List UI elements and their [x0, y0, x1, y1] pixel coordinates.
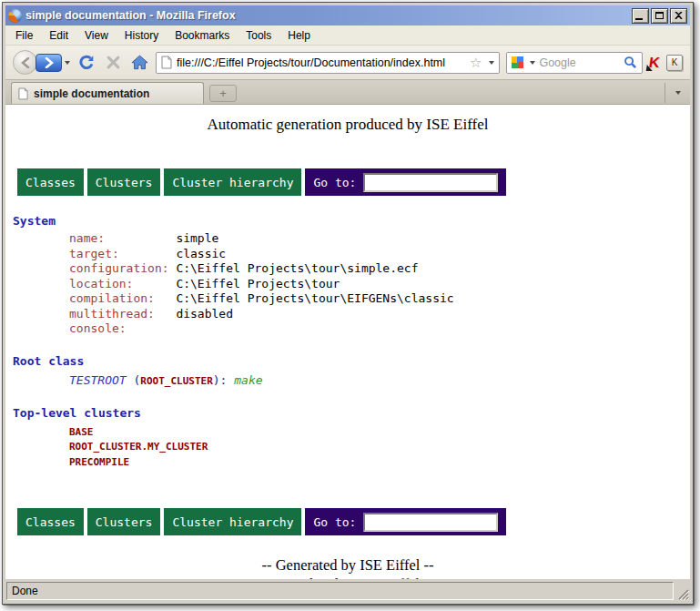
firefox-window: simple documentation - Mozilla Firefox F… — [2, 2, 694, 605]
tab-strip: simple documentation + — [5, 80, 690, 105]
url-dropdown-icon[interactable] — [489, 61, 494, 65]
window-title: simple documentation - Mozilla Firefox — [25, 9, 628, 22]
goto-box: Go to: — [305, 508, 506, 535]
system-key: target: — [69, 247, 176, 262]
paren-open: ( — [127, 373, 141, 387]
system-key: location: — [69, 277, 176, 292]
generated-by-line: -- Generated by ISE Eiffel -- — [5, 555, 690, 575]
system-key: console: — [69, 321, 176, 337]
goto-input[interactable] — [363, 173, 498, 192]
menu-bar: File Edit View History Bookmarks Tools H… — [5, 25, 690, 46]
list-all-tabs-button[interactable] — [664, 83, 688, 103]
system-value: C:\Eiffel Projects\tour\simple.ecf — [176, 261, 418, 275]
maximize-button[interactable] — [651, 8, 668, 24]
bookmark-star-icon[interactable]: ☆ — [470, 56, 482, 69]
system-key: compilation: — [69, 291, 176, 307]
cluster-item-base[interactable]: BASE — [5, 425, 690, 441]
minimize-icon — [635, 18, 643, 20]
clusters-button[interactable]: Clusters — [87, 168, 161, 196]
root-feature-link[interactable]: make — [234, 373, 262, 387]
forward-button[interactable] — [36, 54, 62, 72]
menu-view[interactable]: View — [76, 26, 117, 45]
classes-button[interactable]: Classes — [17, 168, 84, 196]
url-bar[interactable]: ☆ — [156, 52, 500, 74]
navigation-toolbar: ☆ K K — [5, 46, 690, 80]
system-value: disabled — [176, 307, 233, 321]
menu-edit[interactable]: Edit — [41, 26, 76, 45]
home-icon — [131, 55, 148, 70]
system-value: C:\Eiffel Projects\tour — [176, 277, 340, 290]
virtual-keyboard-icon[interactable]: K — [666, 55, 683, 71]
menu-tools[interactable]: Tools — [238, 26, 279, 45]
system-row: compilation:C:\Eiffel Projects\tour\EIFG… — [5, 291, 690, 307]
status-bar: Done — [5, 579, 690, 601]
reload-icon — [78, 55, 95, 71]
minimize-button[interactable] — [632, 8, 649, 24]
system-row: name:simple — [5, 231, 690, 247]
top-level-clusters-heading: Top-level clusters — [5, 406, 690, 420]
cluster-item-precompile[interactable]: PRECOMPILE — [5, 455, 690, 471]
root-class-line: TESTROOT (ROOT_CLUSTER): make — [5, 372, 690, 389]
url-input[interactable] — [177, 56, 465, 69]
stop-button[interactable] — [103, 53, 123, 73]
maximize-icon — [655, 12, 664, 19]
close-button[interactable] — [670, 8, 687, 24]
system-row: target:classic — [5, 247, 690, 262]
root-class-link[interactable]: TESTROOT — [69, 373, 127, 387]
system-value: simple — [176, 231, 218, 245]
page-content: Automatic generation produced by ISE Eif… — [5, 105, 690, 579]
system-key: name: — [69, 231, 176, 247]
menu-bookmarks[interactable]: Bookmarks — [167, 26, 238, 45]
cluster-item-root-cluster-my-cluster[interactable]: ROOT_CLUSTER.MY_CLUSTER — [5, 440, 690, 455]
tab-simple-documentation[interactable]: simple documentation — [11, 82, 204, 104]
google-engine-icon[interactable] — [512, 56, 523, 68]
root-class-heading: Root class — [5, 354, 690, 368]
page-title: Automatic generation produced by ISE Eif… — [5, 116, 690, 134]
tab-page-icon — [18, 87, 28, 100]
kaspersky-icon[interactable]: K — [648, 56, 661, 70]
back-arrow-icon — [21, 57, 30, 68]
doc-nav-row-top: Classes Clusters Cluster hierarchy Go to… — [17, 168, 690, 196]
goto-input[interactable] — [363, 513, 498, 532]
paren-close: ): — [213, 373, 234, 387]
page-footer: -- Generated by ISE Eiffel -- For more d… — [5, 555, 690, 579]
clusters-button[interactable]: Clusters — [87, 508, 161, 535]
goto-label: Go to: — [313, 176, 356, 189]
system-heading: System — [5, 214, 690, 228]
forward-history-dropdown-icon[interactable] — [65, 61, 70, 65]
system-value: classic — [176, 247, 226, 260]
search-engine-dropdown-icon[interactable] — [530, 61, 535, 65]
menu-help[interactable]: Help — [279, 26, 319, 45]
doc-nav-row-bottom: Classes Clusters Cluster hierarchy Go to… — [17, 508, 690, 535]
tab-label: simple documentation — [34, 87, 149, 100]
stop-icon — [107, 56, 120, 69]
cluster-hierarchy-button[interactable]: Cluster hierarchy — [164, 168, 301, 196]
system-value: C:\Eiffel Projects\tour\EIFGENs\classic — [176, 291, 453, 305]
cluster-hierarchy-button[interactable]: Cluster hierarchy — [164, 508, 301, 535]
search-input[interactable] — [539, 56, 620, 69]
close-icon — [675, 12, 683, 19]
home-button[interactable] — [129, 53, 149, 73]
firefox-logo-icon — [8, 9, 22, 23]
new-tab-button[interactable]: + — [209, 85, 237, 102]
status-text: Done — [6, 582, 674, 600]
search-box[interactable] — [506, 52, 643, 74]
menu-file[interactable]: File — [7, 26, 41, 45]
classes-button[interactable]: Classes — [17, 508, 84, 535]
search-magnifier-icon[interactable] — [624, 56, 637, 69]
system-key: multithread: — [69, 307, 176, 322]
forward-arrow-icon — [45, 57, 54, 68]
menu-history[interactable]: History — [117, 26, 167, 45]
system-row: multithread:disabled — [5, 307, 690, 322]
goto-label: Go to: — [313, 515, 356, 529]
title-bar[interactable]: simple documentation - Mozilla Firefox — [5, 5, 690, 25]
system-key: configuration: — [69, 261, 176, 277]
page-icon — [161, 56, 172, 69]
system-row: location:C:\Eiffel Projects\tour — [5, 277, 690, 292]
system-row: console: — [5, 321, 690, 337]
resize-grip[interactable] — [675, 582, 689, 600]
reload-button[interactable] — [76, 53, 96, 73]
root-cluster-ref: ROOT_CLUSTER — [140, 375, 212, 387]
goto-box: Go to: — [305, 168, 506, 196]
back-button[interactable] — [13, 50, 37, 75]
